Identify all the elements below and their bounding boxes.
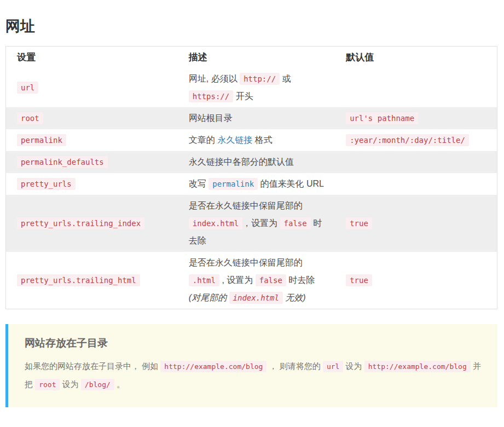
default-cell: true — [335, 195, 497, 252]
italic-text: (对尾部的 — [189, 293, 229, 302]
setting-cell: pretty_urls.trailing_index — [6, 195, 178, 252]
default-cell — [335, 68, 497, 107]
default-cell — [335, 151, 497, 173]
inline-code: false — [280, 217, 311, 229]
column-header-setting: 设置 — [6, 47, 178, 68]
subdirectory-note-box: 网站存放在子目录 如果您的网站存放在子目录中， 例如 http://exampl… — [5, 324, 497, 407]
description-cell: 文章的 永久链接 格式 — [178, 129, 335, 151]
setting-cell: permalink — [6, 129, 178, 151]
table-row: permalink_defaults永久链接中各部分的默认值 — [6, 151, 497, 173]
inline-code: true — [346, 274, 372, 286]
inline-code: index.html — [189, 217, 242, 229]
inline-code: .html — [189, 274, 219, 286]
description-cell: 改写 permalink 的值来美化 URL — [178, 173, 335, 195]
permalink-link[interactable]: 永久链接 — [217, 135, 252, 145]
table-row: permalink文章的 永久链接 格式:year/:month/:day/:t… — [6, 129, 497, 151]
inline-code: http://example.com/blog — [160, 361, 267, 372]
setting-cell: permalink_defaults — [6, 151, 178, 173]
table-row: root网站根目录url's pathname — [6, 107, 497, 129]
permalink-code-link[interactable]: permalink — [208, 178, 258, 190]
setting-cell: pretty_urls — [6, 173, 178, 195]
note-body: 如果您的网站存放在子目录中， 例如 http://example.com/blo… — [25, 357, 481, 393]
inline-code: /blog/ — [81, 379, 114, 390]
inline-code: true — [346, 217, 372, 229]
setting-code: permalink — [17, 134, 66, 146]
description-cell: 网站根目录 — [178, 107, 335, 129]
setting-cell: url — [6, 68, 178, 107]
default-cell: :year/:month/:day/:title/ — [335, 129, 497, 151]
page-content: 网址 设置 描述 默认值 url网址, 必须以 http:// 或 https:… — [5, 16, 497, 407]
setting-code: permalink_defaults — [17, 156, 108, 168]
note-title: 网站存放在子目录 — [25, 336, 481, 350]
table-row: pretty_urls改写 permalink 的值来美化 URL — [6, 173, 497, 195]
italic-text: 无效) — [283, 293, 306, 302]
column-header-description: 描述 — [178, 47, 335, 68]
table-row: pretty_urls.trailing_index是否在永久链接中保留尾部的 … — [6, 195, 497, 252]
settings-table: 设置 描述 默认值 url网址, 必须以 http:// 或 https:// … — [5, 46, 497, 309]
table-header-row: 设置 描述 默认值 — [6, 47, 497, 68]
description-cell: 是否在永久链接中保留尾部的 index.html，设置为 false 时去除 — [178, 195, 335, 252]
default-cell: url's pathname — [335, 107, 497, 129]
description-cell: 是否在永久链接中保留尾部的 .html , 设置为 false 时去除 (对尾部… — [178, 252, 335, 309]
default-cell: true — [335, 252, 497, 309]
table-row: pretty_urls.trailing_html是否在永久链接中保留尾部的 .… — [6, 252, 497, 309]
setting-code: pretty_urls.trailing_index — [17, 217, 144, 229]
inline-code: http://example.com/blog — [364, 361, 471, 372]
inline-code: url's pathname — [346, 112, 418, 124]
inline-code: false — [256, 274, 286, 286]
setting-code: root — [17, 112, 43, 124]
inline-code: https:// — [189, 90, 233, 102]
setting-code: url — [17, 82, 38, 94]
column-header-default: 默认值 — [335, 47, 497, 68]
setting-code: pretty_urls — [17, 178, 76, 190]
setting-cell: root — [6, 107, 178, 129]
table-row: url网址, 必须以 http:// 或 https:// 开头 — [6, 68, 497, 107]
default-cell — [335, 173, 497, 195]
inline-code: :year/:month/:day/:title/ — [346, 134, 469, 146]
inline-code: root — [35, 379, 60, 390]
inline-code: http:// — [240, 73, 280, 85]
description-cell: 网址, 必须以 http:// 或 https:// 开头 — [178, 68, 335, 107]
inline-code: url — [323, 361, 343, 372]
inline-code: index.html — [229, 292, 283, 304]
description-cell: 永久链接中各部分的默认值 — [178, 151, 335, 173]
setting-code: pretty_urls.trailing_html — [17, 274, 140, 286]
setting-cell: pretty_urls.trailing_html — [6, 252, 178, 309]
page-title: 网址 — [5, 16, 497, 36]
